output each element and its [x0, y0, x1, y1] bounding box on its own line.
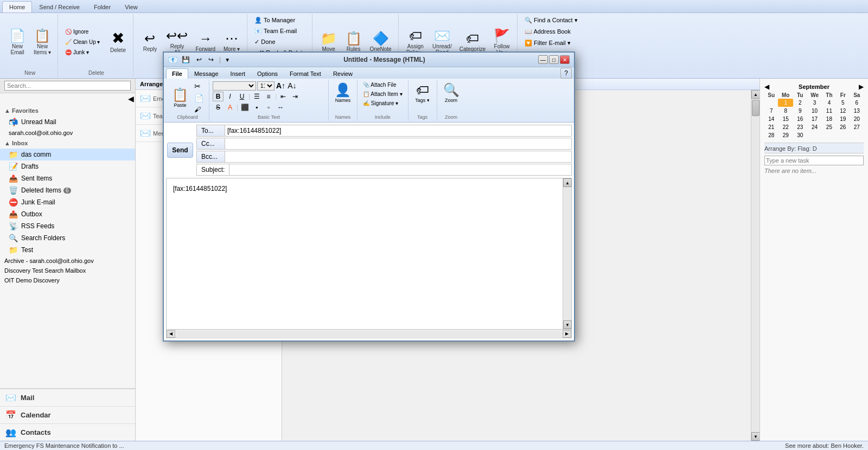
calendar-day-0-6[interactable]: 6 — [850, 99, 864, 107]
tab-view[interactable]: View — [118, 1, 145, 12]
compose-format-painter-button[interactable]: 🖌 — [192, 105, 206, 114]
calendar-day-3-4[interactable]: 25 — [822, 123, 836, 131]
decrease-indent-button[interactable]: ⇤ — [278, 92, 289, 101]
calendar-day-0-1[interactable]: 1 — [778, 99, 793, 107]
calendar-day-1-2[interactable]: 9 — [793, 107, 807, 115]
forward-button[interactable]: → Forward — [192, 30, 219, 54]
bullets-button[interactable]: ☰ — [251, 92, 262, 101]
cleanup-button[interactable]: 🧹 Clean Up ▾ — [62, 37, 103, 47]
nav-contacts[interactable]: 👥 Contacts — [0, 423, 135, 441]
onenote-button[interactable]: 🔷 OneNote — [367, 30, 395, 54]
sidebar-item-junk[interactable]: ⛔ Junk E-mail — [0, 196, 135, 208]
collapse-sidebar-button[interactable]: ◀ — [128, 94, 134, 103]
attach-item-button[interactable]: 📋 Attach Item ▾ — [361, 90, 405, 98]
task-input[interactable] — [764, 156, 864, 165]
calendar-day-0-5[interactable]: 5 — [836, 99, 850, 107]
junk-button[interactable]: ⛔ Junk ▾ — [62, 48, 103, 57]
calendar-day-2-6[interactable]: 20 — [850, 115, 864, 123]
rules-button[interactable]: 📋 Rules — [342, 30, 366, 54]
sidebar-item-archive[interactable]: Archive - sarah.cool@oit.ohio.gov — [0, 256, 135, 266]
numbering-button[interactable]: ≡ — [263, 92, 274, 101]
attach-file-button[interactable]: 📎 Attach File — [361, 81, 405, 89]
bold-button[interactable]: B — [213, 92, 224, 101]
team-email-button[interactable]: 📧 Team E-mail — [252, 26, 299, 36]
calendar-day-3-1[interactable]: 22 — [778, 123, 793, 131]
tab-send-receive[interactable]: Send / Receive — [32, 1, 87, 12]
cc-field-input[interactable] — [225, 138, 571, 149]
sidebar-item-drafts[interactable]: 📝 Drafts — [0, 160, 135, 172]
compose-undo-button[interactable]: ↩ — [194, 55, 204, 65]
align-right-button[interactable]: ▫ — [263, 102, 274, 112]
calendar-day-3-2[interactable]: 23 — [793, 123, 807, 131]
cc-field-button[interactable]: Cc... — [197, 138, 225, 149]
compose-send-button[interactable]: Send — [167, 143, 193, 158]
sidebar-item-outbox[interactable]: 📤 Outbox — [0, 208, 135, 220]
calendar-day-3-3[interactable]: 24 — [807, 123, 822, 131]
find-contact-button[interactable]: 🔍 Find a Contact ▾ — [522, 15, 580, 25]
calendar-day-2-3[interactable]: 17 — [807, 115, 822, 123]
calendar-day-1-6[interactable]: 13 — [850, 107, 864, 115]
tab-home[interactable]: Home — [2, 1, 32, 12]
strikethrough-button[interactable]: S — [213, 102, 224, 112]
calendar-day-0-4[interactable]: 4 — [822, 99, 836, 107]
new-email-button[interactable]: 📄 NewEmail — [5, 27, 29, 57]
font-size-select[interactable]: 11 — [257, 81, 275, 91]
search-input[interactable] — [4, 81, 131, 91]
move-button[interactable]: 📁 Move — [317, 30, 341, 54]
sidebar-item-deleted[interactable]: 🗑️ Deleted Items 6 — [0, 184, 135, 196]
sidebar-item-discovery[interactable]: Discovery Test Search Mailbox — [0, 266, 135, 275]
compose-body-input[interactable]: [fax:16144851022] — [169, 181, 560, 327]
calendar-day-0-2[interactable]: 2 — [793, 99, 807, 107]
compose-save-button[interactable]: 💾 — [180, 55, 192, 65]
compose-scroll-right[interactable]: ▶ — [563, 330, 571, 338]
calendar-day-2-1[interactable]: 15 — [778, 115, 793, 123]
compose-scroll-left[interactable]: ◀ — [167, 330, 175, 338]
scroll-thumb[interactable] — [752, 100, 760, 116]
nav-calendar[interactable]: 📅 Calendar — [0, 406, 135, 423]
font-family-select[interactable] — [213, 81, 256, 91]
increase-indent-button[interactable]: ⇥ — [290, 92, 301, 101]
calendar-day-1-0[interactable]: 7 — [764, 107, 778, 115]
compose-zoom-button[interactable]: 🔍 Zoom — [441, 81, 462, 105]
compose-tags-button[interactable]: 🏷 Tags ▾ — [412, 81, 433, 105]
calendar-day-4-0[interactable]: 28 — [764, 131, 778, 139]
calendar-next-button[interactable]: ▶ — [859, 83, 864, 91]
compose-paste-button[interactable]: 📋 Paste — [169, 86, 191, 110]
compose-tab-insert[interactable]: Insert — [225, 68, 252, 79]
address-book-button[interactable]: 📖 Address Book — [522, 27, 580, 37]
ignore-button[interactable]: 🚫 Ignore — [62, 27, 103, 36]
to-field-button[interactable]: To... — [197, 125, 225, 136]
sidebar-item-das-comm[interactable]: 📁 das comm — [0, 149, 135, 160]
sidebar-item-rss[interactable]: 📡 RSS Feeds — [0, 220, 135, 232]
calendar-prev-button[interactable]: ◀ — [764, 83, 769, 91]
compose-tab-message[interactable]: Message — [188, 68, 225, 79]
calendar-day-4-1[interactable]: 29 — [778, 131, 793, 139]
compose-close-button[interactable]: ✕ — [560, 55, 570, 64]
to-manager-button[interactable]: 👤 To Manager — [252, 15, 298, 25]
calendar-day-2-4[interactable]: 18 — [822, 115, 836, 123]
compose-qat-more[interactable]: ▼ — [224, 56, 231, 63]
align-left-button[interactable]: ⬛ — [239, 102, 250, 112]
to-field-input[interactable] — [225, 125, 571, 136]
calendar-day-4-2[interactable]: 30 — [793, 131, 807, 139]
scroll-down-button[interactable]: ▼ — [751, 432, 760, 441]
calendar-day-3-6[interactable]: 27 — [850, 123, 864, 131]
compose-help-button[interactable]: ? — [560, 68, 572, 79]
bcc-field-input[interactable] — [225, 151, 571, 162]
calendar-day-1-5[interactable]: 12 — [836, 107, 850, 115]
reading-pane-scrollbar[interactable]: ▲ ▼ — [751, 90, 760, 441]
compose-tab-options[interactable]: Options — [251, 68, 284, 79]
compose-tab-format[interactable]: Format Text — [284, 68, 327, 79]
reply-button[interactable]: ↩ Reply — [138, 30, 162, 54]
calendar-day-3-0[interactable]: 21 — [764, 123, 778, 131]
compose-scroll-down[interactable]: ▼ — [563, 320, 572, 329]
compose-body-scrollbar[interactable]: ▲ ▼ — [563, 178, 571, 329]
filter-email-button[interactable]: 🔽 Filter E-mail ▾ — [522, 38, 580, 48]
compose-redo-button[interactable]: ↪ — [206, 55, 216, 65]
calendar-day-2-2[interactable]: 16 — [793, 115, 807, 123]
sidebar-item-search-folders[interactable]: 🔍 Search Folders — [0, 232, 135, 244]
sidebar-item-test[interactable]: 📁 Test — [0, 244, 135, 256]
subject-field-input[interactable] — [229, 164, 571, 175]
done-button[interactable]: ✓ Done — [252, 37, 278, 47]
compose-names-button[interactable]: 👤 Names — [332, 81, 354, 105]
